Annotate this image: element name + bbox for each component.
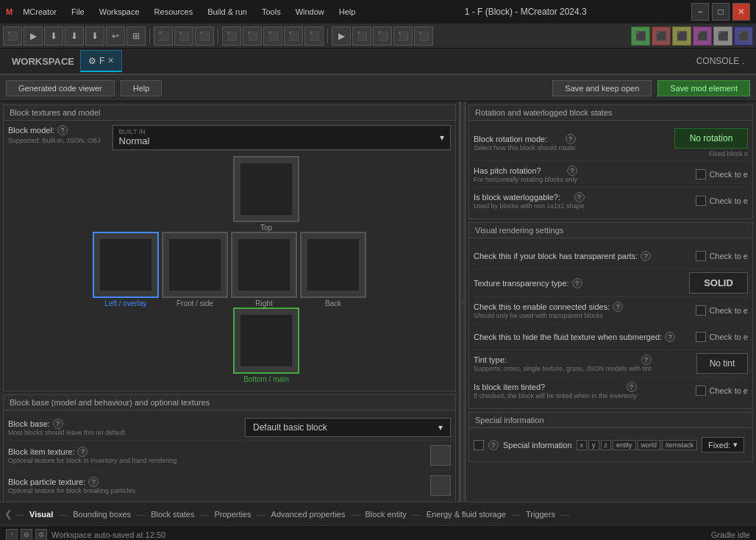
console-label[interactable]: CONSOLE . xyxy=(691,56,750,66)
menu-mcreator[interactable]: MCreator xyxy=(18,7,61,16)
block-particle-texture-slot[interactable] xyxy=(430,475,451,496)
transparent-checkbox[interactable] xyxy=(696,251,706,261)
minimize-button[interactable]: − xyxy=(691,3,709,21)
toolbar-btn5[interactable]: ⬇ xyxy=(85,26,104,46)
status-icon-warning[interactable]: ! xyxy=(6,529,18,541)
tab-close-button[interactable]: ✕ xyxy=(107,56,114,65)
toolbar-btn10[interactable]: ⬛ xyxy=(195,26,214,46)
has-pitch-control: Check to e xyxy=(696,169,748,180)
nav-item-energy-fluid[interactable]: Energy & fluid storage xyxy=(424,510,509,519)
toolbar-btn2[interactable]: ▶ xyxy=(24,26,43,46)
texture-transparency-dropdown[interactable]: SOLID xyxy=(689,272,748,294)
toolbar-btn7[interactable]: ⊞ xyxy=(126,26,146,46)
status-icon-gear[interactable]: ⚙ xyxy=(21,529,32,541)
maximize-button[interactable]: □ xyxy=(712,3,730,21)
toolbar-btn14[interactable]: ⬛ xyxy=(284,26,303,46)
menu-workspace[interactable]: Workspace xyxy=(95,7,144,16)
menu-file[interactable]: File xyxy=(67,7,89,16)
connected-sides-checkbox[interactable] xyxy=(696,305,706,316)
toolbar-theme6[interactable]: ⬛ xyxy=(734,26,753,46)
texture-box-right[interactable] xyxy=(231,232,297,298)
texture-box-left[interactable] xyxy=(93,232,159,298)
status-icon-gear2[interactable]: ⚙ xyxy=(35,529,47,541)
save-mod-element-button[interactable]: Save mod element xyxy=(657,80,750,96)
block-base-dropdown[interactable]: Default basic block ▾ xyxy=(245,418,451,437)
transparent-help-icon[interactable]: ? xyxy=(641,251,651,261)
toolbar-btn20[interactable]: ⬛ xyxy=(414,26,433,46)
help-button[interactable]: Help xyxy=(121,80,163,96)
menu-window[interactable]: Window xyxy=(291,7,329,16)
toolbar-btn19[interactable]: ⬛ xyxy=(393,26,413,46)
nav-item-bounding-boxes[interactable]: Bounding boxes xyxy=(70,510,134,519)
toolbar-btn16[interactable]: ▶ xyxy=(332,26,351,46)
save-keep-open-button[interactable]: Save and keep open xyxy=(552,80,652,96)
texture-transparency-help-icon[interactable]: ? xyxy=(572,278,582,288)
nav-item-advanced-properties[interactable]: Advanced properties xyxy=(268,510,349,519)
nav-item-block-entity[interactable]: Block entity xyxy=(362,510,409,519)
is-item-tinted-checkbox[interactable] xyxy=(696,386,706,396)
block-rotation-help-icon[interactable]: ? xyxy=(566,134,576,144)
toolbar-theme3[interactable]: ⬛ xyxy=(672,26,691,46)
toolbar-theme4[interactable]: ⬛ xyxy=(693,26,712,46)
special-info-help-icon[interactable]: ? xyxy=(488,440,499,450)
block-model-dropdown[interactable]: BUILT IN Normal ▾ xyxy=(113,125,451,150)
toolbar-theme2[interactable]: ⬛ xyxy=(652,26,671,46)
panel-resize-handle[interactable]: ⋮ xyxy=(460,102,466,502)
nav-item-block-states[interactable]: Block states xyxy=(148,510,197,519)
tint-type-dropdown[interactable]: No tint xyxy=(696,353,748,374)
block-model-help-icon[interactable]: ? xyxy=(57,125,68,135)
toolbar-btn18[interactable]: ⬛ xyxy=(373,26,392,46)
texture-box-front[interactable] xyxy=(162,232,228,298)
hide-fluid-label-group: Check this to hide the fluid texture whe… xyxy=(474,332,675,342)
menu-help[interactable]: Help xyxy=(335,7,360,16)
texture-box-back[interactable] xyxy=(300,232,366,298)
block-base-help-icon[interactable]: ? xyxy=(53,419,63,429)
toolbar-btn3[interactable]: ⬇ xyxy=(44,26,63,46)
toolbar-btn11[interactable]: ⬛ xyxy=(222,26,241,46)
menu-tools[interactable]: Tools xyxy=(257,7,285,16)
block-item-texture-help-icon[interactable]: ? xyxy=(77,447,88,457)
close-button[interactable]: ✕ xyxy=(732,3,750,21)
fixed-dropdown[interactable]: Fixed: ▾ xyxy=(702,437,744,452)
toolbar-btn4[interactable]: ⬇ xyxy=(65,26,84,46)
has-pitch-help-icon[interactable]: ? xyxy=(567,166,577,176)
block-item-texture-slot[interactable] xyxy=(430,445,451,466)
connected-sides-help-icon[interactable]: ? xyxy=(613,302,623,312)
toolbar-btn8[interactable]: ⬛ xyxy=(154,26,173,46)
coord-x: x xyxy=(577,440,588,450)
toolbar-btn13[interactable]: ⬛ xyxy=(263,26,282,46)
toolbar-btn9[interactable]: ⬛ xyxy=(174,26,193,46)
toolbar-btn17[interactable]: ⬛ xyxy=(352,26,371,46)
no-rotation-button[interactable]: No rotation xyxy=(674,128,748,149)
toolbar-new[interactable]: ⬛ xyxy=(3,26,22,46)
is-waterloggable-help-icon[interactable]: ? xyxy=(574,192,585,202)
toolbar-btn12[interactable]: ⬛ xyxy=(243,26,262,46)
is-waterloggable-checkbox[interactable] xyxy=(696,196,706,206)
hide-fluid-checkbox[interactable] xyxy=(696,332,706,342)
texture-box-top[interactable] xyxy=(233,156,299,222)
special-info-checkbox[interactable] xyxy=(474,440,484,450)
menu-build-run[interactable]: Build & run xyxy=(203,7,252,16)
has-pitch-checkbox[interactable] xyxy=(696,169,706,180)
visual-rendering-content: Check this if your block has transparent… xyxy=(468,238,753,409)
is-item-tinted-help-icon[interactable]: ? xyxy=(627,382,637,392)
generated-code-button[interactable]: Generated code viewer xyxy=(6,80,115,96)
status-left: ! ⚙ ⚙ Workspace auto-saved at 12:50 xyxy=(6,529,165,541)
toolbar-btn6[interactable]: ↩ xyxy=(106,26,125,46)
block-particle-texture-help-icon[interactable]: ? xyxy=(88,477,99,487)
toolbar-btn15[interactable]: ⬛ xyxy=(304,26,324,46)
nav-left-arrow[interactable]: ❮ xyxy=(4,508,13,519)
block-item-texture-sub: Optional texture for block in inventory … xyxy=(8,457,176,464)
active-tab[interactable]: ⚙ F ✕ xyxy=(80,50,122,72)
toolbar-theme5[interactable]: ⬛ xyxy=(713,26,732,46)
texture-transparency-row: Texture transparency type: ? SOLID xyxy=(474,269,748,297)
menu-resources[interactable]: Resources xyxy=(150,7,198,16)
nav-item-visual[interactable]: Visual xyxy=(26,510,56,519)
toolbar-theme1[interactable]: ⬛ xyxy=(631,26,650,46)
nav-item-properties[interactable]: Properties xyxy=(211,510,254,519)
nav-item-triggers[interactable]: Triggers xyxy=(523,510,558,519)
has-pitch-row: Has pitch rotation? ? For horizontally r… xyxy=(474,161,748,188)
texture-box-bottom[interactable] xyxy=(233,308,299,374)
tint-type-help-icon[interactable]: ? xyxy=(641,355,652,365)
hide-fluid-help-icon[interactable]: ? xyxy=(665,332,675,342)
